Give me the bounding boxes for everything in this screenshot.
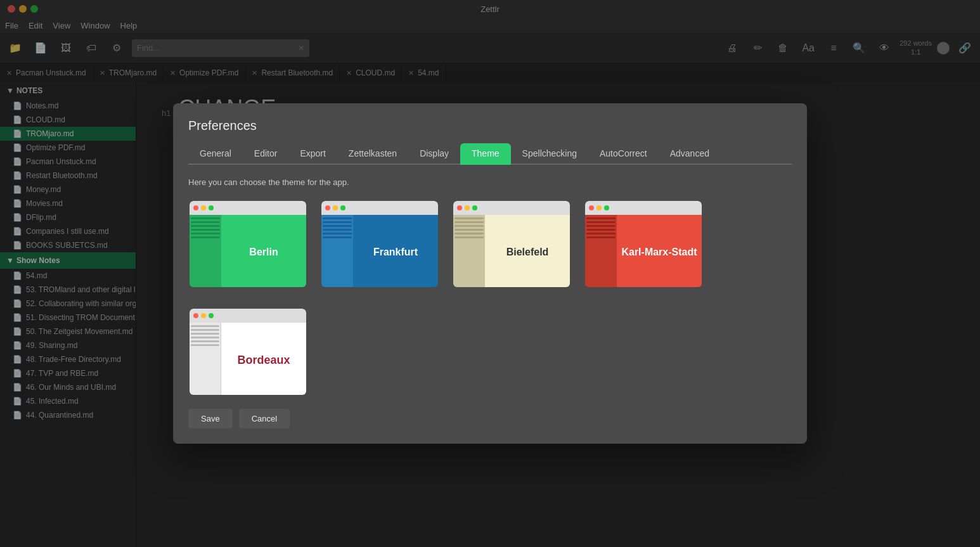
sidebar-line xyxy=(323,229,352,231)
theme-label: Berlin xyxy=(249,247,278,258)
tab-advanced[interactable]: Advanced xyxy=(659,143,721,165)
sidebar-line xyxy=(586,236,616,238)
sidebar-line xyxy=(191,229,220,231)
preferences-title: Preferences xyxy=(188,119,792,133)
theme-card-kms[interactable]: Karl-Marx-Stadt xyxy=(584,200,703,288)
sidebar-line xyxy=(586,233,616,235)
tab-spellchecking[interactable]: Spellchecking xyxy=(511,143,588,165)
card-body: Bielefeld xyxy=(453,215,570,288)
tab-autocorrect[interactable]: AutoCorrect xyxy=(588,143,659,165)
sidebar-line xyxy=(191,325,219,327)
sidebar-line xyxy=(455,233,484,235)
dot-min xyxy=(333,205,338,210)
card-sidebar xyxy=(190,323,221,396)
dot-close xyxy=(193,205,198,210)
card-main: Berlin xyxy=(221,215,306,288)
theme-card-berlin[interactable]: Berlin xyxy=(188,200,307,288)
theme-description: Here you can choose the theme for the ap… xyxy=(188,177,792,187)
tab-editor[interactable]: Editor xyxy=(243,143,289,165)
dot-close xyxy=(325,205,330,210)
sidebar-line xyxy=(586,221,616,223)
card-body: Frankfurt xyxy=(321,215,438,288)
preferences-buttons: Save Cancel xyxy=(188,409,792,428)
save-button[interactable]: Save xyxy=(188,409,233,428)
card-chrome xyxy=(190,309,306,323)
tab-general[interactable]: General xyxy=(188,143,243,165)
card-body: Karl-Marx-Stadt xyxy=(585,215,702,288)
dialog-overlay: Preferences General Editor Export Zettel… xyxy=(0,0,980,547)
card-chrome xyxy=(321,201,438,215)
theme-card-frankfurt[interactable]: Frankfurt xyxy=(320,200,439,288)
sidebar-line xyxy=(455,225,484,227)
dot-min xyxy=(596,205,602,210)
theme-label: Bielefeld xyxy=(506,247,549,258)
sidebar-line xyxy=(191,333,219,335)
card-chrome xyxy=(585,201,702,215)
sidebar-line xyxy=(586,217,616,219)
preferences-dialog: Preferences General Editor Export Zettel… xyxy=(173,103,807,444)
sidebar-line xyxy=(323,225,352,227)
dot-close xyxy=(589,205,594,210)
dot-max xyxy=(472,205,477,210)
card-main: Frankfurt xyxy=(353,215,438,288)
dot-min xyxy=(465,205,470,210)
sidebar-line xyxy=(455,236,484,238)
cancel-button[interactable]: Cancel xyxy=(239,409,290,428)
card-chrome xyxy=(190,201,306,215)
card-main: Bielefeld xyxy=(485,215,570,288)
dot-close xyxy=(193,313,198,318)
sidebar-line xyxy=(323,217,352,219)
card-main: Karl-Marx-Stadt xyxy=(617,215,702,288)
sidebar-line xyxy=(455,221,484,223)
card-body: Bordeaux xyxy=(190,323,306,396)
theme-label: Karl-Marx-Stadt xyxy=(621,247,697,258)
theme-card-bielefeld[interactable]: Bielefeld xyxy=(452,200,571,288)
theme-grid-row2: Bordeaux xyxy=(188,307,792,396)
sidebar-line xyxy=(191,340,219,342)
tab-export[interactable]: Export xyxy=(288,143,337,165)
card-sidebar xyxy=(190,215,221,288)
dot-min xyxy=(201,205,206,210)
sidebar-line xyxy=(191,329,219,331)
sidebar-line xyxy=(455,217,484,219)
sidebar-line xyxy=(191,233,220,235)
theme-grid: Berlin xyxy=(188,200,792,288)
card-sidebar xyxy=(453,215,485,288)
dot-max xyxy=(604,205,609,210)
card-chrome xyxy=(453,201,570,215)
dot-max xyxy=(340,205,345,210)
sidebar-line xyxy=(191,225,220,227)
sidebar-line xyxy=(323,221,352,223)
sidebar-line xyxy=(191,217,220,219)
sidebar-line xyxy=(191,236,220,238)
sidebar-line xyxy=(586,225,616,227)
dot-max xyxy=(209,313,214,318)
dot-min xyxy=(201,313,206,318)
sidebar-line xyxy=(323,236,352,238)
theme-card-bordeaux[interactable]: Bordeaux xyxy=(188,307,307,396)
tab-theme[interactable]: Theme xyxy=(460,143,511,165)
dot-close xyxy=(457,205,462,210)
tab-zettelkasten[interactable]: Zettelkasten xyxy=(337,143,408,165)
theme-label: Frankfurt xyxy=(373,247,418,258)
card-sidebar xyxy=(321,215,353,288)
theme-label: Bordeaux xyxy=(237,354,290,367)
sidebar-line xyxy=(191,221,220,223)
sidebar-line xyxy=(455,229,484,231)
dot-max xyxy=(209,205,214,210)
tab-display[interactable]: Display xyxy=(408,143,460,165)
sidebar-line xyxy=(323,233,352,235)
preferences-tabs: General Editor Export Zettelkasten Displ… xyxy=(188,143,792,165)
sidebar-line xyxy=(586,229,616,231)
card-sidebar xyxy=(585,215,617,288)
card-main: Bordeaux xyxy=(221,323,306,396)
sidebar-line xyxy=(191,344,219,346)
card-body: Berlin xyxy=(190,215,306,288)
sidebar-line xyxy=(191,337,219,338)
